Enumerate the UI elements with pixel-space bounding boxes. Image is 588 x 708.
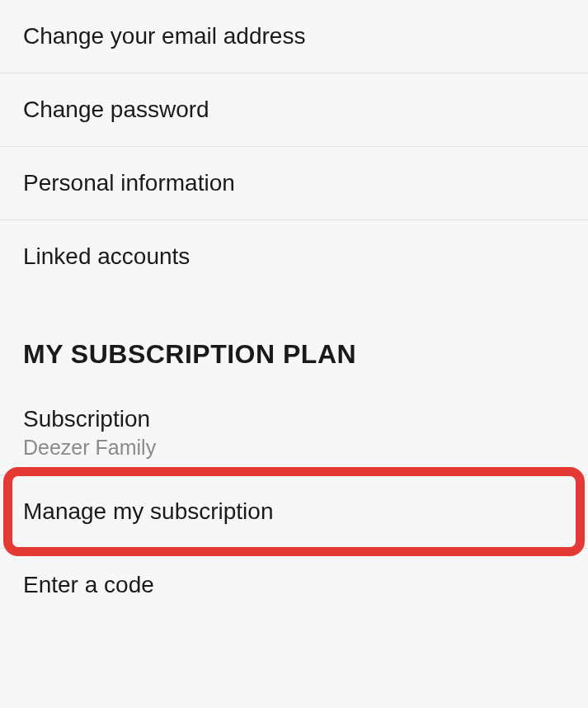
change-email-label: Change your email address	[23, 23, 305, 49]
enter-code-label: Enter a code	[23, 572, 154, 597]
manage-subscription-label: Manage my subscription	[23, 498, 273, 524]
manage-subscription-item[interactable]: Manage my subscription	[0, 475, 588, 549]
subscription-label: Subscription	[23, 406, 565, 432]
personal-information-label: Personal information	[23, 170, 235, 196]
change-password-item[interactable]: Change password	[0, 73, 588, 147]
linked-accounts-label: Linked accounts	[23, 243, 190, 269]
subscription-section-header: MY SUBSCRIPTION PLAN	[0, 293, 588, 386]
personal-information-item[interactable]: Personal information	[0, 147, 588, 220]
subscription-info-item[interactable]: Subscription Deezer Family	[0, 386, 588, 475]
change-password-label: Change password	[23, 97, 209, 122]
subscription-value: Deezer Family	[23, 436, 565, 460]
linked-accounts-item[interactable]: Linked accounts	[0, 220, 588, 293]
change-email-item[interactable]: Change your email address	[0, 0, 588, 73]
enter-code-item[interactable]: Enter a code	[0, 549, 588, 621]
